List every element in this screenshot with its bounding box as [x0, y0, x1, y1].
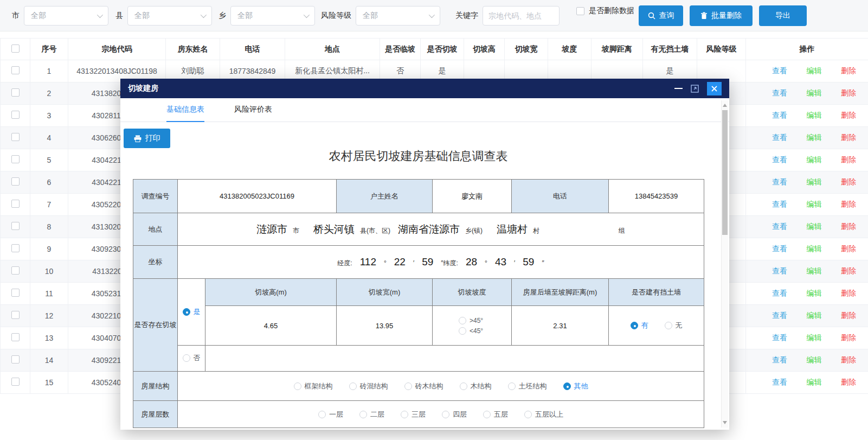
radio-option[interactable]: 三层: [401, 410, 426, 419]
close-icon[interactable]: [707, 82, 722, 95]
edit-link[interactable]: 编辑: [807, 88, 822, 98]
view-link[interactable]: 查看: [772, 244, 787, 254]
wall-yes-radio[interactable]: 有: [631, 321, 648, 330]
radio-option[interactable]: 木结构: [460, 381, 492, 391]
row-checkbox[interactable]: [11, 66, 20, 74]
edit-link[interactable]: 编辑: [807, 266, 822, 276]
search-button[interactable]: 查询: [639, 5, 683, 26]
radio-option[interactable]: 砖木结构: [404, 381, 443, 391]
view-link[interactable]: 查看: [772, 333, 787, 343]
edit-link[interactable]: 编辑: [807, 133, 822, 143]
city-select[interactable]: 全部: [24, 6, 108, 25]
cut-slope-yes-radio[interactable]: 是: [183, 307, 201, 317]
tab-risk-evaluation[interactable]: 风险评价表: [234, 98, 272, 122]
edit-link[interactable]: 编辑: [807, 155, 822, 165]
radio-option[interactable]: 二层: [359, 410, 384, 419]
county-select[interactable]: 全部: [127, 6, 212, 25]
row-checkbox[interactable]: [11, 289, 20, 297]
keyword-input[interactable]: [483, 6, 560, 25]
row-checkbox[interactable]: [11, 155, 20, 163]
row-checkbox[interactable]: [11, 200, 20, 208]
delete-link[interactable]: 删除: [841, 378, 856, 387]
row-checkbox[interactable]: [11, 222, 20, 230]
row-checkbox[interactable]: [11, 333, 20, 341]
delete-link[interactable]: 删除: [841, 311, 856, 321]
delete-link[interactable]: 删除: [841, 222, 856, 232]
radio-option[interactable]: 砖混结构: [349, 381, 388, 391]
wall-no-radio[interactable]: 无: [665, 321, 683, 330]
radio-option[interactable]: 土坯结构: [508, 381, 547, 391]
print-button[interactable]: 打印: [124, 129, 170, 148]
edit-link[interactable]: 编辑: [807, 378, 822, 387]
delete-link[interactable]: 删除: [841, 66, 856, 76]
edit-link[interactable]: 编辑: [807, 111, 822, 120]
minimize-icon[interactable]: [674, 88, 683, 89]
delete-link[interactable]: 删除: [841, 289, 856, 298]
edit-link[interactable]: 编辑: [807, 289, 822, 298]
view-link[interactable]: 查看: [772, 378, 787, 387]
row-checkbox[interactable]: [11, 111, 20, 119]
row-checkbox[interactable]: [11, 133, 20, 141]
view-link[interactable]: 查看: [772, 177, 787, 187]
row-checkbox[interactable]: [11, 177, 20, 186]
view-link[interactable]: 查看: [772, 266, 787, 276]
modal-scrollbar[interactable]: [721, 100, 728, 428]
row-checkbox[interactable]: [11, 244, 20, 252]
view-link[interactable]: 查看: [772, 200, 787, 209]
row-checkbox[interactable]: [11, 311, 20, 319]
edit-link[interactable]: 编辑: [807, 222, 822, 232]
radio-option[interactable]: 五层: [483, 410, 508, 419]
row-checkbox[interactable]: [11, 378, 20, 386]
radio-option[interactable]: 一层: [318, 410, 343, 419]
tab-basic-info[interactable]: 基础信息表: [166, 98, 204, 122]
edit-link[interactable]: 编辑: [807, 333, 822, 343]
view-link[interactable]: 查看: [772, 155, 787, 165]
township-select[interactable]: 全部: [230, 6, 315, 25]
view-link[interactable]: 查看: [772, 355, 787, 365]
delete-link[interactable]: 删除: [841, 355, 856, 365]
edit-link[interactable]: 编辑: [807, 177, 822, 187]
row-checkbox[interactable]: [11, 88, 20, 97]
view-link[interactable]: 查看: [772, 222, 787, 232]
view-link[interactable]: 查看: [772, 66, 787, 76]
delete-link[interactable]: 删除: [841, 200, 856, 209]
delete-link[interactable]: 删除: [841, 133, 856, 143]
cut-slope-no-radio[interactable]: 否: [183, 353, 201, 363]
maximize-icon[interactable]: [691, 85, 699, 93]
radio-option[interactable]: 四层: [442, 410, 467, 419]
edit-link[interactable]: 编辑: [807, 66, 822, 76]
delete-link[interactable]: 删除: [841, 155, 856, 165]
view-link[interactable]: 查看: [772, 289, 787, 298]
delete-link[interactable]: 删除: [841, 333, 856, 343]
scroll-down-icon[interactable]: [723, 421, 727, 424]
view-link[interactable]: 查看: [772, 111, 787, 120]
edit-link[interactable]: 编辑: [807, 311, 822, 321]
view-link[interactable]: 查看: [772, 133, 787, 143]
slope-gt45-radio[interactable]: >45°: [459, 317, 483, 324]
edit-link[interactable]: 编辑: [807, 355, 822, 365]
edit-link[interactable]: 编辑: [807, 244, 822, 254]
dialog-titlebar[interactable]: 切坡建房: [120, 79, 729, 98]
delete-link[interactable]: 删除: [841, 88, 856, 98]
export-button[interactable]: 导出: [759, 5, 807, 26]
delete-link[interactable]: 删除: [841, 177, 856, 187]
view-link[interactable]: 查看: [772, 88, 787, 98]
risk-level-select[interactable]: 全部: [356, 6, 440, 25]
radio-option[interactable]: 框架结构: [294, 381, 333, 391]
slope-lt45-radio[interactable]: <45°: [459, 327, 483, 335]
latitude-label: 纬度:: [443, 259, 458, 268]
radio-option[interactable]: 五层以上: [524, 410, 563, 419]
radio-option[interactable]: 其他: [563, 381, 588, 391]
batch-delete-button[interactable]: 批量删除: [690, 5, 753, 26]
row-checkbox[interactable]: [11, 266, 20, 275]
delete-link[interactable]: 删除: [841, 266, 856, 276]
scrollbar-thumb[interactable]: [722, 110, 728, 235]
select-all-checkbox[interactable]: [11, 44, 20, 53]
scroll-up-icon[interactable]: [723, 104, 727, 107]
delete-link[interactable]: 删除: [841, 111, 856, 120]
delete-link[interactable]: 删除: [841, 244, 856, 254]
row-checkbox[interactable]: [11, 355, 20, 364]
view-link[interactable]: 查看: [772, 311, 787, 321]
deleted-data-checkbox[interactable]: [576, 7, 584, 15]
edit-link[interactable]: 编辑: [807, 200, 822, 209]
